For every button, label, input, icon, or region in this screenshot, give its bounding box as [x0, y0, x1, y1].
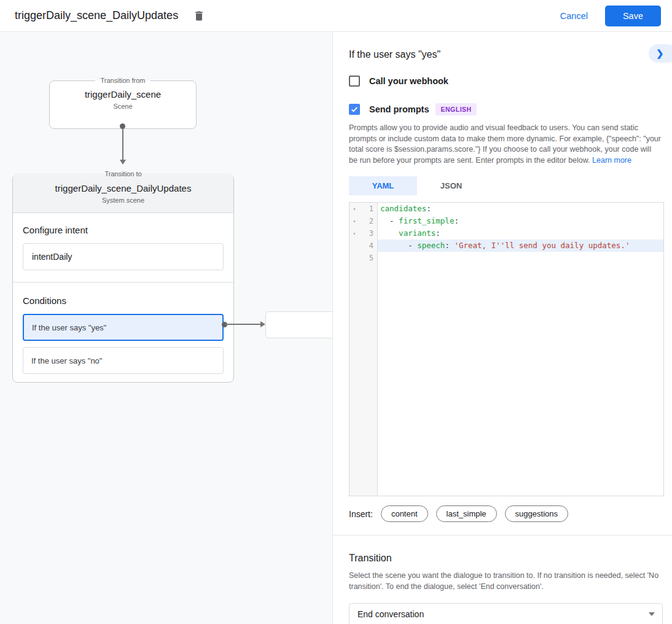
collapse-panel-button[interactable]: ❯ — [649, 44, 672, 63]
code-line-3: variants: — [378, 227, 663, 240]
insert-row: Insert: content last_simple suggestions — [349, 505, 662, 522]
yaml-punct: : — [436, 228, 440, 238]
yaml-key: first_simple — [399, 216, 454, 225]
line-number: 2 — [359, 217, 377, 225]
line-number: 4 — [359, 241, 377, 250]
connector-line-vertical — [122, 129, 123, 160]
fold-toggle[interactable]: ▾ — [350, 219, 359, 224]
flow-canvas: Transition from triggerDaily_scene Scene… — [0, 33, 332, 624]
transition-to-node: Transition to triggerDaily_scene_DailyUp… — [12, 170, 234, 383]
tab-yaml[interactable]: YAML — [349, 176, 417, 195]
page-title: triggerDaily_scene_DailyUpdates — [15, 9, 178, 22]
to-scene-title: triggerDaily_scene_DailyUpdates — [13, 183, 233, 193]
webhook-checkbox[interactable] — [349, 76, 360, 87]
webhook-row: Call your webhook — [349, 76, 662, 87]
fold-toggle[interactable]: ▾ — [350, 231, 359, 236]
yaml-key: speech — [417, 241, 445, 250]
tab-json[interactable]: JSON — [417, 176, 485, 195]
prompts-description: Prompts allow you to provide audio and v… — [349, 123, 662, 166]
yaml-punct: : — [426, 204, 431, 213]
condition-yes-label: If the user says "yes" — [32, 323, 106, 332]
configure-intent-label: Configure intent — [23, 225, 224, 235]
webhook-label: Call your webhook — [369, 76, 448, 86]
condition-target-node[interactable] — [265, 311, 332, 338]
line-number: 3 — [359, 229, 377, 238]
editor-format-tabs: YAML JSON — [349, 176, 662, 195]
line-number: 5 — [359, 254, 377, 262]
code-line-2: - first_simple: — [378, 215, 663, 227]
connector-dot — [120, 123, 125, 129]
from-scene-subtitle: Scene — [50, 103, 196, 110]
code-line-1: candidates: — [378, 203, 663, 215]
transition-select[interactable]: End conversation — [349, 603, 663, 624]
conditions-label: Conditions — [23, 295, 224, 306]
condition-item-no[interactable]: If the user says "no" — [23, 347, 224, 374]
top-bar: triggerDaily_scene_DailyUpdates Cancel S… — [0, 0, 672, 32]
transition-to-legend: Transition to — [99, 170, 147, 177]
line-number: 1 — [359, 205, 377, 213]
panel-title: If the user says "yes" — [349, 49, 662, 60]
scene-header: triggerDaily_scene_DailyUpdates System s… — [13, 173, 233, 213]
condition-no-label: If the user says "no" — [31, 356, 102, 365]
yaml-punct: - — [380, 241, 417, 250]
condition-item-yes[interactable]: If the user says "yes" — [23, 314, 224, 341]
trash-icon — [193, 10, 205, 22]
condition-editor-panel: If the user says "yes" ❯ Call your webho… — [332, 33, 672, 624]
fold-toggle[interactable]: ▾ — [350, 206, 359, 212]
yaml-string: 'Great, I''ll send you daily updates.' — [454, 241, 630, 250]
code-line-5 — [378, 252, 663, 264]
dropdown-caret-icon — [649, 612, 655, 616]
chevron-right-icon: ❯ — [656, 48, 664, 59]
cancel-button[interactable]: Cancel — [560, 11, 588, 21]
connector-line-horizontal — [225, 324, 260, 325]
yaml-punct: : — [454, 216, 459, 225]
transition-from-node[interactable]: Transition from triggerDaily_scene Scene — [49, 77, 197, 129]
insert-chip-last-simple[interactable]: last_simple — [436, 505, 497, 522]
yaml-punct — [380, 228, 399, 238]
yaml-punct: : — [445, 241, 454, 250]
intent-value: intentDaily — [32, 252, 72, 262]
insert-label: Insert: — [349, 509, 373, 519]
intent-field[interactable]: intentDaily — [23, 243, 224, 270]
arrowhead-right-icon — [260, 321, 265, 327]
transition-from-legend: Transition from — [95, 77, 151, 84]
send-prompts-label: Send prompts — [369, 104, 429, 114]
yaml-key: variants — [399, 228, 436, 238]
delete-scene-button[interactable] — [190, 7, 208, 25]
insert-chip-suggestions[interactable]: suggestions — [505, 505, 568, 522]
code-line-4: - speech: 'Great, I''ll send you daily u… — [378, 240, 663, 252]
yaml-punct: - — [380, 216, 399, 225]
send-prompts-row: Send prompts ENGLISH — [349, 103, 662, 115]
send-prompts-checkbox[interactable] — [349, 104, 360, 115]
yaml-code-editor[interactable]: ▾1 ▾2 ▾3 4 5 candidates: - first_simple:… — [349, 202, 664, 496]
save-button[interactable]: Save — [605, 6, 661, 26]
transition-section-title: Transition — [349, 553, 662, 564]
checkmark-icon — [350, 105, 359, 114]
topbar-actions: Cancel Save — [560, 6, 662, 26]
from-scene-title: triggerDaily_scene — [50, 89, 196, 99]
language-badge: ENGLISH — [436, 103, 476, 115]
insert-chip-content[interactable]: content — [381, 505, 428, 522]
divider — [13, 282, 233, 283]
transition-select-value: End conversation — [357, 609, 649, 619]
divider — [333, 535, 672, 536]
scene-body: Configure intent intentDaily Conditions … — [13, 225, 233, 374]
learn-more-link[interactable]: Learn more — [592, 156, 631, 165]
transition-description: Select the scene you want the dialogue t… — [349, 571, 662, 592]
arrowhead-down-icon — [120, 160, 126, 165]
yaml-key: candidates — [380, 204, 426, 213]
editor-gutter: ▾1 ▾2 ▾3 4 5 — [350, 203, 378, 496]
to-scene-subtitle: System scene — [13, 197, 233, 204]
editor-code-area[interactable]: candidates: - first_simple: variants: - … — [378, 203, 663, 496]
